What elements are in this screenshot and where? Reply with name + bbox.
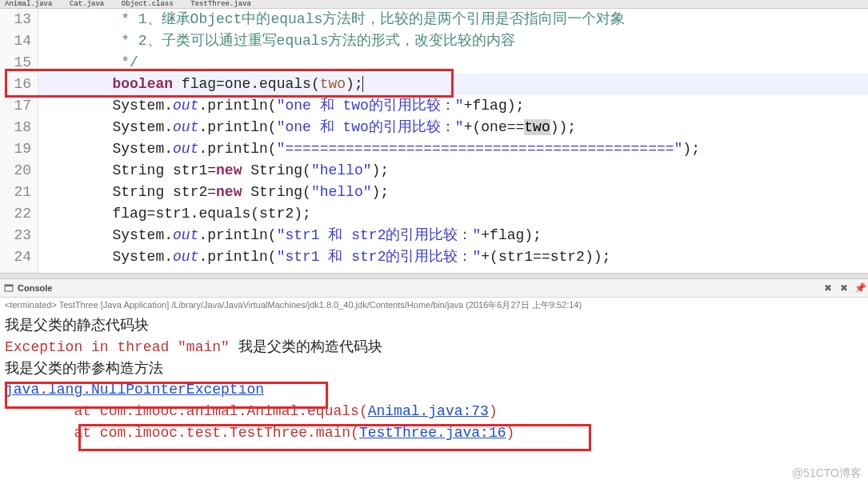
code-line-13[interactable]: * 1、继承Object中的equals方法时，比较的是两个引用是否指向同一个对… — [43, 9, 868, 30]
console-header: Console ✖ ✖ 📌 — [0, 279, 868, 298]
line-number: 24 — [0, 246, 31, 268]
console-line-stdout: 我是父类的带参构造方法 — [5, 358, 863, 379]
code-line-18[interactable]: System.out.println("one 和 two的引用比较："+(on… — [43, 117, 868, 138]
pin-console-icon[interactable]: 📌 — [854, 282, 866, 294]
console-process-label: <terminated> TestThree [Java Application… — [0, 298, 868, 313]
line-number: 19 — [0, 138, 31, 160]
code-line-19[interactable]: System.out.println("====================… — [43, 138, 868, 160]
line-number: 23 — [0, 225, 31, 246]
line-number: 22 — [0, 203, 31, 225]
code-line-15[interactable]: */ — [43, 52, 868, 74]
watermark: @51CTO博客 — [792, 466, 862, 481]
code-line-22[interactable]: flag=str1.equals(str2); — [43, 203, 868, 225]
line-number: 18 — [0, 117, 31, 138]
stack-link-animal[interactable]: Animal.java:73 — [368, 403, 489, 419]
line-number: 14 — [0, 30, 31, 52]
remove-launch-icon[interactable]: ✖ — [822, 282, 834, 294]
console-line-stack: at com.imooc.test.TestThree.main(TestThr… — [5, 422, 863, 444]
tab-animal[interactable]: Animal.java — [0, 0, 57, 8]
text-caret — [362, 76, 363, 92]
line-number: 13 — [0, 9, 31, 30]
line-number: 15 — [0, 52, 31, 74]
console-line-mixed: Exception in thread "main" 我是父类的构造代码块 — [5, 336, 863, 358]
code-area[interactable]: * 1、继承Object中的equals方法时，比较的是两个引用是否指向同一个对… — [38, 9, 868, 273]
tab-cat[interactable]: Cat.java — [65, 0, 109, 8]
code-line-23[interactable]: System.out.println("str1 和 str2的引用比较："+f… — [43, 225, 868, 246]
code-line-21[interactable]: String str2=new String("hello"); — [43, 182, 868, 203]
console-output[interactable]: 我是父类的静态代码块 Exception in thread "main" 我是… — [0, 313, 868, 446]
tab-testthree[interactable]: TestThree.java — [186, 0, 256, 8]
tab-object[interactable]: Object.class — [117, 0, 178, 8]
editor-tab-bar: Animal.java Cat.java Object.class TestTh… — [0, 0, 868, 9]
line-number: 16 — [0, 74, 31, 95]
console-line-stack: at com.imooc.animal.Animal.equals(Animal… — [5, 401, 863, 422]
remove-all-icon[interactable]: ✖ — [838, 282, 850, 294]
console-line-exception: java.lang.NullPointerException — [5, 379, 863, 401]
panel-splitter[interactable] — [0, 273, 868, 279]
console-line-stdout: 我是父类的静态代码块 — [5, 314, 863, 336]
code-line-20[interactable]: String str1=new String("hello"); — [43, 160, 868, 182]
code-line-14[interactable]: * 2、子类可以通过重写equals方法的形式，改变比较的内容 — [43, 30, 868, 52]
line-number: 21 — [0, 182, 31, 203]
code-line-24[interactable]: System.out.println("str1 和 str2的引用比较："+(… — [43, 246, 868, 268]
line-number: 20 — [0, 160, 31, 182]
code-line-17[interactable]: System.out.println("one 和 two的引用比较："+fla… — [43, 95, 868, 117]
code-editor[interactable]: 13 14 15 16 17 18 19 20 21 22 23 24 * 1、… — [0, 9, 868, 273]
stack-link-testthree[interactable]: TestThree.java:16 — [359, 425, 506, 441]
console-icon — [3, 282, 14, 294]
console-title: Console — [18, 283, 52, 293]
svg-rect-1 — [5, 285, 13, 286]
line-number: 17 — [0, 95, 31, 117]
line-number-gutter: 13 14 15 16 17 18 19 20 21 22 23 24 — [0, 9, 38, 273]
